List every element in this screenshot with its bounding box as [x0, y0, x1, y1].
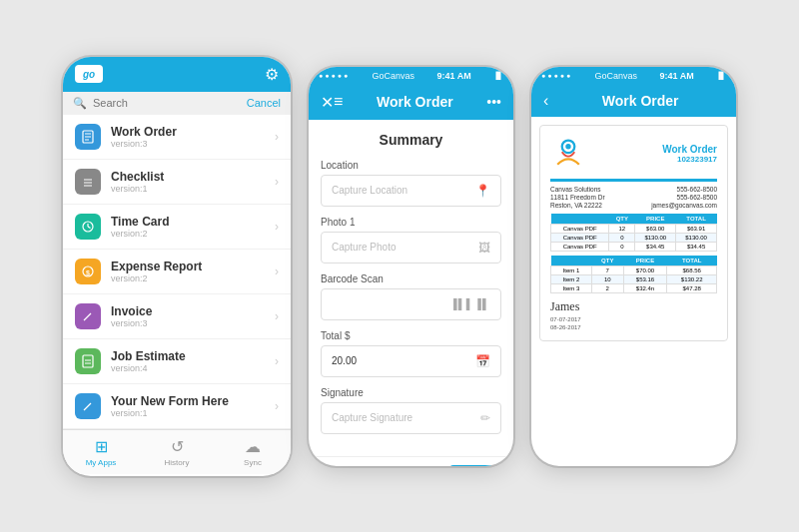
expense-icon: $	[75, 259, 101, 284]
status-bar-2: ●●●●● GoCanvas 9:41 AM ▐▌	[309, 67, 513, 85]
cell: $130.00	[676, 233, 717, 242]
signature-input[interactable]: Capture Signature ✏	[321, 402, 501, 434]
item-version: version:2	[111, 273, 275, 283]
table-row: Item 2 10 $53.16 $130.22	[551, 274, 717, 283]
item-version: version:1	[111, 184, 275, 194]
pdf-header: ‹ Work Order	[531, 85, 736, 117]
work-order-icon	[75, 124, 101, 150]
total-field: Total $ 20.00 📅	[321, 330, 501, 377]
pdf-header-row: Work Order 102323917	[550, 136, 717, 173]
canvas-logo	[550, 136, 586, 173]
cell: Item 2	[551, 274, 592, 283]
battery-icons: ▐▌	[716, 72, 726, 79]
cell: Item 1	[551, 266, 592, 274]
cell: $63.91	[676, 224, 717, 233]
calendar-icon: 📅	[475, 354, 490, 368]
search-input[interactable]	[93, 97, 241, 109]
total-label: Total $	[321, 330, 501, 341]
svg-text:$: $	[86, 268, 90, 276]
location-icon: 📍	[475, 184, 490, 198]
close-icon[interactable]: ✕	[321, 93, 334, 112]
svg-line-9	[88, 227, 91, 229]
cell: $70.00	[623, 266, 667, 274]
location-input[interactable]: Capture Location 📍	[321, 175, 501, 207]
cell: $68.56	[667, 266, 717, 274]
photo-input[interactable]: Capture Photo 🖼	[321, 232, 501, 264]
svg-line-12	[84, 313, 91, 320]
list-item[interactable]: Time Card version:2 ›	[63, 205, 291, 250]
location-placeholder: Capture Location	[332, 185, 407, 196]
col-header-qty: QTY	[609, 214, 635, 225]
chevron-right-icon: ›	[275, 354, 279, 368]
item-text: Your New Form Here version:1	[111, 394, 275, 418]
pdf-order-number: 102323917	[662, 155, 717, 164]
form-footer: Next	[309, 456, 513, 466]
list-item[interactable]: Invoice version:3 ›	[63, 294, 291, 339]
company-phone: 555-662-8500	[677, 186, 717, 193]
item-version: version:1	[111, 408, 275, 418]
back-icon[interactable]: ‹	[543, 92, 548, 110]
item-name: Checklist	[111, 170, 275, 184]
total-value: 20.00	[332, 355, 357, 366]
search-icon: 🔍	[73, 97, 87, 110]
item-version: version:3	[111, 318, 275, 328]
col-header-qty: QTY	[591, 256, 623, 266]
list-item[interactable]: Checklist version:1 ›	[63, 160, 291, 205]
nav-label: History	[165, 458, 190, 467]
item-text: Checklist version:1	[111, 170, 275, 194]
pdf-title-block: Work Order 102323917	[662, 144, 717, 164]
next-button[interactable]: Next	[449, 465, 501, 466]
cancel-button[interactable]: Cancel	[247, 97, 281, 109]
company-phone2: 555-662-8500	[677, 194, 717, 201]
item-name: Invoice	[111, 304, 275, 318]
page-title: Work Order	[556, 93, 724, 109]
col-header	[551, 256, 592, 266]
cell: Canvas PDF	[551, 242, 609, 251]
list-item[interactable]: $ Expense Report version:2 ›	[63, 250, 291, 294]
photo-field: Photo 1 Capture Photo 🖼	[321, 217, 501, 264]
job-estimate-icon	[75, 348, 101, 374]
time-display: 9:41 AM	[659, 71, 693, 81]
pdf-preview: Work Order 102323917 Canvas Solutions 55…	[539, 125, 728, 341]
list-item[interactable]: Your New Form Here version:1 ›	[63, 384, 291, 429]
cell: Item 3	[551, 283, 592, 292]
cell: $34.45	[635, 242, 676, 251]
nav-label: Sync	[244, 458, 262, 467]
cell: 12	[609, 224, 635, 233]
chevron-right-icon: ›	[275, 175, 279, 189]
phone-1-shell: go ⚙ 🔍 Cancel Work Order version:3 ›	[63, 57, 291, 476]
sync-icon: ☁	[245, 437, 261, 456]
company-city: Reston, VA 22222	[550, 202, 602, 209]
item-version: version:2	[111, 229, 275, 239]
barcode-input[interactable]: ▐▌▌▐▌	[321, 288, 501, 320]
cell: 0	[609, 233, 635, 242]
more-icon[interactable]: •••	[486, 94, 501, 110]
settings-icon[interactable]: ⚙	[265, 65, 279, 84]
cell: $34.45	[676, 242, 717, 251]
search-bar: 🔍 Cancel	[63, 92, 291, 115]
company-address: 11811 Freedom Dr	[550, 194, 605, 201]
company-email: james@gocanvas.com	[651, 202, 717, 209]
nav-history[interactable]: ↺ History	[139, 430, 215, 474]
item-text: Work Order version:3	[111, 125, 275, 149]
barcode-label: Barcode Scan	[321, 273, 501, 284]
history-icon: ↺	[171, 437, 184, 456]
form-content: Summary Location Capture Location 📍 Phot…	[309, 120, 513, 456]
phone1-header: go ⚙	[63, 57, 291, 92]
item-name: Your New Form Here	[111, 394, 275, 408]
svg-rect-14	[83, 355, 93, 367]
barcode-field: Barcode Scan ▐▌▌▐▌	[321, 273, 501, 320]
cell: $63.00	[635, 224, 676, 233]
apps-list: Work Order version:3 › Checklist version…	[63, 115, 291, 429]
signature-image: James	[550, 299, 717, 314]
list-item[interactable]: Work Order version:3 ›	[63, 115, 291, 160]
nav-sync[interactable]: ☁ Sync	[215, 430, 291, 474]
total-input[interactable]: 20.00 📅	[321, 345, 501, 377]
table-row: Canvas PDF 0 $34.45 $34.45	[551, 242, 717, 251]
menu-icon[interactable]: ≡	[334, 93, 343, 111]
nav-my-apps[interactable]: ⊞ My Apps	[63, 430, 139, 474]
list-item[interactable]: Job Estimate version:4 ›	[63, 339, 291, 384]
pdf-info-row-3: Reston, VA 22222 james@gocanvas.com	[550, 202, 717, 209]
chevron-right-icon: ›	[275, 399, 279, 413]
cell: Canvas PDF	[551, 224, 609, 233]
